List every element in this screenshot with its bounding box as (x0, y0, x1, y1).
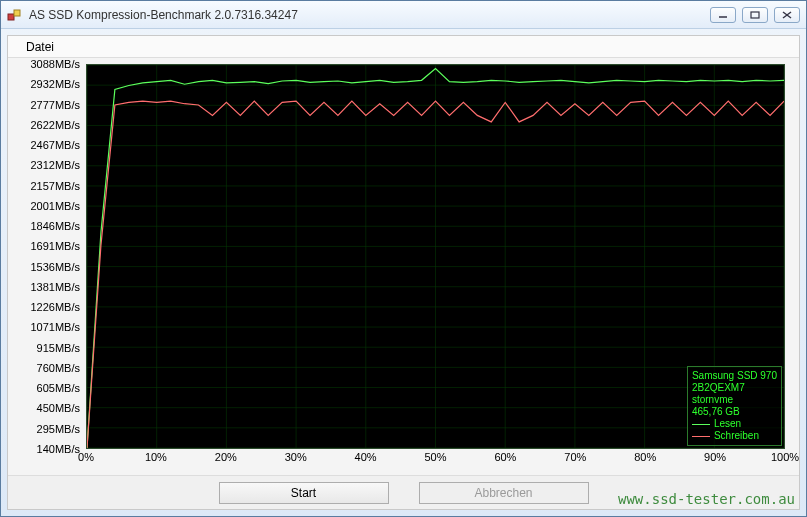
legend-write-label: Schreiben (714, 430, 759, 442)
x-tick-label: 100% (771, 451, 799, 463)
x-tick-label: 70% (564, 451, 586, 463)
y-tick-label: 605MB/s (37, 382, 80, 394)
app-window: AS SSD Kompression-Benchmark 2.0.7316.34… (0, 0, 807, 517)
minimize-button[interactable] (710, 7, 736, 23)
content-panel: Datei 3088MB/s2932MB/s2777MB/s2622MB/s24… (7, 35, 800, 510)
close-button[interactable] (774, 7, 800, 23)
y-tick-label: 2932MB/s (30, 78, 80, 90)
y-axis-labels: 3088MB/s2932MB/s2777MB/s2622MB/s2467MB/s… (16, 64, 84, 449)
legend-write-row: Schreiben (692, 430, 777, 442)
chart-plot: Samsung SSD 970 2B2QEXM7 stornvme 465,76… (86, 64, 785, 449)
y-tick-label: 1071MB/s (30, 321, 80, 333)
maximize-button[interactable] (742, 7, 768, 23)
y-tick-label: 1691MB/s (30, 240, 80, 252)
y-tick-label: 140MB/s (37, 443, 80, 455)
app-icon (7, 7, 23, 23)
svg-rect-0 (8, 14, 14, 20)
x-tick-label: 60% (494, 451, 516, 463)
y-tick-label: 2312MB/s (30, 159, 80, 171)
legend-device: Samsung SSD 970 (692, 370, 777, 382)
menu-file[interactable]: Datei (18, 38, 62, 56)
y-tick-label: 2467MB/s (30, 139, 80, 151)
y-tick-label: 1536MB/s (30, 261, 80, 273)
y-tick-label: 1226MB/s (30, 301, 80, 313)
chart-legend: Samsung SSD 970 2B2QEXM7 stornvme 465,76… (687, 366, 782, 446)
titlebar: AS SSD Kompression-Benchmark 2.0.7316.34… (1, 1, 806, 29)
legend-firmware: 2B2QEXM7 (692, 382, 777, 394)
cancel-button[interactable]: Abbrechen (419, 482, 589, 504)
legend-capacity: 465,76 GB (692, 406, 777, 418)
x-tick-label: 50% (424, 451, 446, 463)
y-tick-label: 2777MB/s (30, 99, 80, 111)
start-button[interactable]: Start (219, 482, 389, 504)
legend-driver: stornvme (692, 394, 777, 406)
y-tick-label: 1846MB/s (30, 220, 80, 232)
x-tick-label: 40% (355, 451, 377, 463)
y-tick-label: 2001MB/s (30, 200, 80, 212)
window-buttons (710, 7, 800, 23)
window-title: AS SSD Kompression-Benchmark 2.0.7316.34… (29, 8, 710, 22)
x-tick-label: 10% (145, 451, 167, 463)
x-tick-label: 30% (285, 451, 307, 463)
button-bar: Start Abbrechen (8, 475, 799, 509)
menu-bar: Datei (8, 36, 799, 58)
legend-read-row: Lesen (692, 418, 777, 430)
legend-read-label: Lesen (714, 418, 741, 430)
y-tick-label: 1381MB/s (30, 281, 80, 293)
y-tick-label: 2622MB/s (30, 119, 80, 131)
y-tick-label: 3088MB/s (30, 58, 80, 70)
svg-rect-1 (14, 10, 20, 16)
y-tick-label: 2157MB/s (30, 180, 80, 192)
chart-area: 3088MB/s2932MB/s2777MB/s2622MB/s2467MB/s… (16, 60, 791, 471)
x-tick-label: 80% (634, 451, 656, 463)
y-tick-label: 450MB/s (37, 402, 80, 414)
y-tick-label: 760MB/s (37, 362, 80, 374)
x-tick-label: 20% (215, 451, 237, 463)
legend-write-swatch (692, 436, 710, 437)
x-axis-labels: 0%10%20%30%40%50%60%70%80%90%100% (86, 451, 785, 469)
x-tick-label: 90% (704, 451, 726, 463)
svg-rect-3 (751, 12, 759, 18)
y-tick-label: 295MB/s (37, 423, 80, 435)
y-tick-label: 915MB/s (37, 342, 80, 354)
x-tick-label: 0% (78, 451, 94, 463)
legend-read-swatch (692, 424, 710, 425)
